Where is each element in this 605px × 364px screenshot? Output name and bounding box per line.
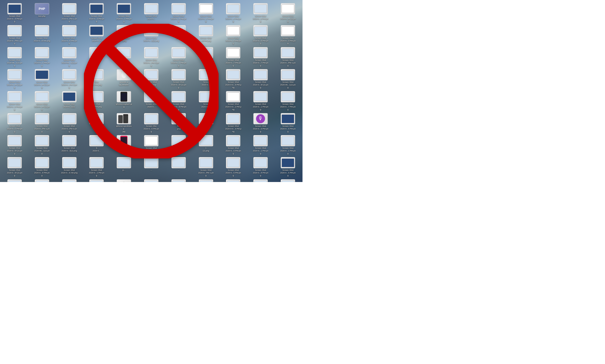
list-item[interactable]: Scree2020-0...P [193, 90, 219, 112]
list-item[interactable]: Over-Ear-ApplePh...edb.png [110, 178, 137, 182]
list-item[interactable]: Screen Shot2020-0...7 PM.png [274, 90, 301, 112]
list-item[interactable]: Screen Shot2020-0...3 PM.png [193, 2, 219, 24]
icon-label: ...3(2).png [147, 84, 156, 86]
list-item[interactable]: Screen Shot2020-0...3 PM.png [110, 2, 137, 24]
list-item[interactable]: Screen Shot2020-0...PM 1.png [28, 112, 55, 134]
list-item[interactable]: Screen Shot2020-0...PM 3.png [138, 46, 165, 68]
list-item[interactable]: iphonexr.jpg [110, 134, 137, 156]
list-item[interactable]: iphone11prolineup.jpg [110, 112, 137, 134]
list-item[interactable]: Screen Shot2020-06...1(2).png [28, 134, 55, 156]
list-item[interactable]: 202... [165, 24, 192, 46]
list-item[interactable]: Screen Shot2020-0...6 PM.png [220, 134, 247, 156]
list-item[interactable]: Screen Shot2020-0...PM 1.png [56, 2, 83, 24]
list-item[interactable]: en Shot...5 PM.png [83, 90, 110, 112]
list-item[interactable]: Screen Shot2020-0...M (2).png [28, 90, 55, 112]
list-item[interactable]: Scree2020-0.... [193, 68, 219, 90]
list-item[interactable]: Screen Shot2020-0...5 PM.png [220, 156, 247, 178]
list-item[interactable]: Screen Shot2020-0...M (2).png [247, 68, 274, 90]
list-item[interactable]: Screen Sho2020-0...5 PM.png [138, 112, 165, 134]
list-item[interactable]: Screen Shot2020-0...9 PM.png [1, 90, 28, 112]
list-item[interactable]: Screen Shot2020-0...5 PM.png [274, 112, 301, 134]
list-item[interactable]: Screen Shot2020-0...9 PM.png [247, 2, 274, 24]
list-item[interactable]: Screen Shot2020-0...M (2).png [1, 134, 28, 156]
list-item[interactable]: 202... [193, 46, 219, 68]
list-item[interactable]: Screen Shot2020-0...M (2).png [274, 2, 301, 24]
list-item[interactable]: Screen Shot2020-0...3 PM.png [83, 178, 110, 182]
list-item[interactable]: Screen Shot2020-0...6 PM.png [247, 24, 274, 46]
list-item[interactable]: Screen Shot2020-0... [138, 90, 165, 112]
list-item[interactable]: ... [165, 156, 192, 178]
list-item[interactable]: hot.png [165, 112, 192, 134]
list-item[interactable]: Screen Shot2020-0...7 PM.png [220, 46, 247, 68]
list-item[interactable]: Screen Shot...g [110, 46, 137, 68]
list-item[interactable]: Shot...1 PM.png [83, 68, 110, 90]
list-item[interactable]: Screen Shot2020-0...PM 1.png [274, 46, 301, 68]
list-item[interactable]: Screen Shot2020-0...1 PM.png [28, 46, 55, 68]
list-item[interactable]: Screen Shot2020-0...5 PM.png [274, 178, 301, 182]
list-item[interactable]: Screen Shot2020-0...2(2).png [138, 24, 165, 46]
list-item[interactable]: Screen Shot2020-0...1 PM.png [247, 134, 274, 156]
list-item[interactable]: Screen Shot2020-0...8 PM.png [247, 178, 274, 182]
list-item[interactable]: Screen Shot2020-0...M (2).png [28, 68, 55, 90]
list-item[interactable]: Screen Shot2020-0-0...4 PM.png [220, 112, 247, 134]
list-item[interactable]: Screen Shot2020-0...M (2).png [1, 156, 28, 178]
list-item[interactable]: t(2).png [193, 134, 219, 156]
list-item[interactable]: Screen Shot2020-0...8 PM.png [247, 156, 274, 178]
list-item[interactable]: Screen Shot2020-0...8 AM.png [28, 24, 55, 46]
list-item[interactable]: S2020-0... [83, 134, 110, 156]
list-item[interactable]: Screen Shot2020-0...6 AM.png [56, 156, 83, 178]
list-item[interactable]: Screen Shot2020-0...3 PM.png [83, 2, 110, 24]
list-item[interactable]: Screen Shot2020-05...1(2).png [165, 178, 192, 182]
list-item[interactable]: Screen Shot2020-0...PM 1.png [193, 156, 219, 178]
list-item[interactable]: Screen Shot2020-0...M (2).png [165, 68, 192, 90]
list-item[interactable]: Screen Shot2020-0...4 PM.png [220, 2, 247, 24]
list-item[interactable]: Screen Shot2020-0...M (2).png [1, 68, 28, 90]
list-item[interactable]: Screen Shot2020-0...1 PM.png [247, 90, 274, 112]
list-item[interactable]: Screen Sho2020-0...2(2). [56, 90, 83, 112]
list-item[interactable]: Screen Shot2020-0...9 PM.png [165, 90, 192, 112]
list-item[interactable]: Screen Shot2020-0...PM 2.png [28, 178, 55, 182]
list-item[interactable]: Screen Shot2020-0...1 PM.png [165, 46, 192, 68]
list-item[interactable]: Screen Shot2020-0...2 PM.png [220, 178, 247, 182]
list-item[interactable]: Screen Shot2020-0...1 PM.png [83, 156, 110, 178]
list-item[interactable]: Screen Shot2020-0... [138, 2, 165, 24]
list-item[interactable]: Screen Shot2020-0...1 PM.png [274, 134, 301, 156]
list-item[interactable]: Screen Shot2020-05...1(2).png [56, 46, 83, 68]
list-item[interactable]: Screen Shot2020-0...6 PM.png [56, 24, 83, 46]
list-item[interactable]: Screen Shot2020-0...2 AM.png [56, 178, 83, 182]
list-item[interactable]: Screen Shot...png [110, 24, 137, 46]
list-item[interactable]: Screen Shot2020-0...5 PM.png [274, 156, 301, 178]
list-item[interactable]: Screen Shot2020-0...3 PM.png [274, 24, 301, 46]
list-item[interactable]: 🎙 Screen Shot2020-0...6 PM.png [247, 112, 274, 134]
list-item[interactable]: Screen Shot2020-0...0 PM.png [1, 112, 28, 134]
list-item[interactable]: Screen Shot2020-0...8 PM.png [1, 2, 28, 24]
list-item[interactable]: iphone11splash.jpg [110, 90, 137, 112]
list-item[interactable]: Scre2020-0...0 [165, 134, 192, 156]
list-item[interactable]: ... [138, 156, 165, 178]
list-item[interactable]: Screen Shot2020-0-0...2 PM.png [220, 90, 247, 112]
list-item[interactable]: Scre2020- [193, 112, 219, 134]
list-item[interactable]: Screen Shot2020-0...7 [83, 24, 110, 46]
list-item[interactable]: Screen Shot2020-05...1(2).png [274, 68, 301, 90]
list-item[interactable]: ...ng [83, 46, 110, 68]
list-item[interactable]: Screen Shot2020-05...1(2).png [193, 178, 219, 182]
list-item[interactable]: Screen Shot2020-0-0...9 PM.png [220, 68, 247, 90]
list-item[interactable]: Screen Shot2020-0...0 PM.png [1, 178, 28, 182]
list-item[interactable]: Shot2).png [83, 112, 110, 134]
list-item[interactable]: Screen Shot2020-0...PM 2.png [56, 68, 83, 90]
list-item[interactable]: Screen Shot2020-0...9 PM.png [28, 156, 55, 178]
list-item[interactable]: airpods_pup_header. [110, 68, 137, 90]
list-item[interactable]: Screen Shot2020-0...PM 1.png [1, 24, 28, 46]
list-item[interactable]: PHP test.php [28, 2, 55, 24]
list-item[interactable]: Screen Shot2020-0...M (2).png [138, 134, 165, 156]
list-item[interactable]: p... [110, 156, 137, 178]
list-item[interactable]: Screen Shot2020-06...1(2).png [1, 46, 28, 68]
list-item[interactable]: Screen Shot2020-0...9 PM.png [165, 2, 192, 24]
list-item[interactable]: Screen Shot2020-0...0 PM.png [220, 24, 247, 46]
list-item[interactable]: Screen Shot2020-0...7 PM.png [247, 46, 274, 68]
list-item[interactable]: Screen Shot...9 PM.png [193, 24, 219, 46]
list-item[interactable]: Screen Shot2020-0...3(2).png [56, 134, 83, 156]
list-item[interactable]: Screen Shot2020-0...PM 3.png [56, 112, 83, 134]
list-item[interactable]: Screen Shot2020-05...1(2).png [138, 178, 165, 182]
list-item[interactable]: Screen Shot...3(2).png [138, 68, 165, 90]
